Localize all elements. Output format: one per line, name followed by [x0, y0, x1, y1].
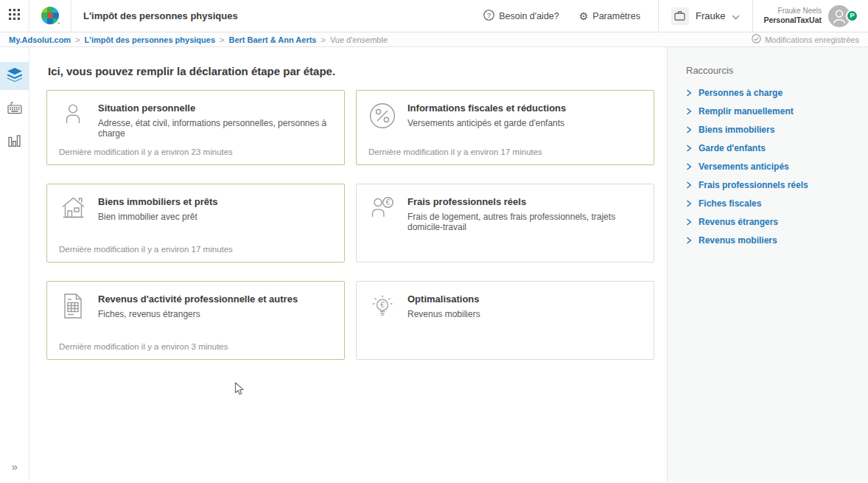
card-description: Revenus mobiliers — [407, 309, 480, 319]
shortcut-label: Revenus étrangers — [699, 217, 778, 227]
card-description: Fiches, revenus étrangers — [98, 309, 298, 319]
card-title: Informations fiscales et réductions — [407, 102, 566, 114]
shortcut-personnes-a-charge[interactable]: Personnes à charge — [686, 88, 853, 98]
chevron-right-icon — [686, 218, 692, 226]
chevron-right-icon — [686, 181, 692, 189]
user-account: PersonalTaxUat — [763, 15, 822, 25]
chevron-right-icon — [686, 89, 692, 97]
card-last-modified: Dernière modification il y a environ 3 m… — [59, 333, 332, 351]
chevron-right-icon — [686, 108, 692, 115]
settings-button[interactable]: ⚙ Paramètres — [579, 11, 640, 21]
shortcut-label: Frais professionnels réels — [699, 180, 808, 190]
card-text: Situation personnelle Adresse, état civi… — [98, 101, 332, 139]
nav-item-reports[interactable] — [0, 128, 29, 156]
chevron-right-icon — [686, 200, 692, 207]
card-title: Optimalisations — [407, 293, 480, 305]
bar-chart-icon — [8, 135, 21, 150]
breadcrumb-separator: > — [321, 35, 325, 44]
gear-icon: ⚙ — [579, 11, 589, 21]
card-revenus-activite[interactable]: Revenus d'activité professionnelle et au… — [46, 281, 345, 360]
user-text: Frauke Neels PersonalTaxUat — [763, 7, 822, 26]
shortcuts-panel: Raccourcis Personnes à charge Remplir ma… — [667, 47, 868, 482]
card-optimalisations[interactable]: € Optimalisations Revenus mobiliers — [356, 281, 654, 360]
shortcut-label: Personnes à charge — [699, 88, 783, 98]
card-text: Revenus d'activité professionnelle et au… — [98, 292, 298, 319]
help-question-icon: ? — [483, 10, 494, 23]
chevron-right-icon — [686, 126, 692, 133]
shortcuts-title: Raccourcis — [686, 65, 853, 76]
save-status: Modifications enregistrées — [752, 34, 859, 45]
chevron-down-icon — [732, 10, 740, 23]
status-badge: P — [846, 10, 858, 22]
svg-text:€: € — [380, 300, 385, 309]
shortcut-label: Remplir manuellement — [699, 106, 794, 117]
shortcut-biens-immobiliers[interactable]: Biens immobiliers — [686, 125, 853, 135]
house-icon — [59, 195, 87, 220]
briefcase-icon — [671, 7, 689, 25]
shortcut-label: Versements anticipés — [699, 161, 789, 172]
card-biens-immobiliers[interactable]: Biens immobiliers et prêts Bien immobili… — [46, 184, 345, 263]
expand-rail-button[interactable]: » — [0, 460, 29, 473]
workspace-selector[interactable]: Frauke — [659, 0, 752, 32]
chevron-right-icon — [686, 145, 692, 152]
card-situation-personnelle[interactable]: Situation personnelle Adresse, état civi… — [46, 90, 345, 165]
shortcut-frais-professionnels[interactable]: Frais professionnels réels — [686, 180, 853, 190]
breadcrumb-separator: > — [220, 35, 224, 44]
person-euro-icon: € — [368, 195, 396, 220]
card-description: Bien immobilier avec prêt — [98, 212, 218, 222]
card-description: Adresse, état civil, informations person… — [98, 118, 332, 139]
card-text: Optimalisations Revenus mobiliers — [407, 292, 480, 319]
card-last-modified: Dernière modification il y a environ 17 … — [368, 139, 642, 156]
breadcrumb-separator: > — [75, 35, 80, 44]
nav-item-manual-entry[interactable] — [0, 95, 29, 123]
shortcut-fiches-fiscales[interactable]: Fiches fiscales — [686, 198, 853, 209]
shortcut-label: Biens immobiliers — [699, 125, 774, 135]
brand-logo — [29, 0, 71, 32]
chevron-right-icon — [686, 237, 692, 244]
card-frais-professionnels[interactable]: € Frais professionnels réels Frais de lo… — [356, 184, 654, 263]
lightbulb-euro-icon: € — [368, 292, 396, 321]
card-text: Informations fiscales et réductions Vers… — [407, 101, 566, 128]
shortcut-label: Fiches fiscales — [699, 198, 761, 209]
breadcrumb-home[interactable]: My.Adsolut.com — [9, 35, 71, 44]
shortcut-revenus-etrangers[interactable]: Revenus étrangers — [686, 217, 853, 227]
breadcrumb-app[interactable]: L'impôt des personnes physiques — [85, 35, 215, 44]
shortcut-versements-anticipes[interactable]: Versements anticipés — [686, 161, 853, 172]
top-bar: L'impôt des personnes physiques ? Besoin… — [0, 0, 868, 32]
shortcut-revenus-mobiliers[interactable]: Revenus mobiliers — [686, 235, 853, 246]
page-title: Ici, vous pouvez remplir la déclaration … — [48, 65, 654, 77]
chevron-right-icon — [686, 163, 692, 170]
document-icon — [59, 292, 87, 319]
wolters-kluwer-logo-icon — [41, 6, 60, 26]
app-title: L'impôt des personnes physiques — [71, 10, 238, 21]
breadcrumb-dossier[interactable]: Bert Baert & Ann Aerts — [228, 35, 316, 44]
keyboard-icon — [7, 101, 22, 117]
svg-text:€: € — [386, 198, 391, 206]
card-title: Situation personnelle — [98, 102, 332, 114]
layers-icon — [7, 68, 22, 85]
card-title: Biens immobiliers et prêts — [98, 196, 218, 207]
card-last-modified: Dernière modification il y a environ 17 … — [59, 236, 332, 254]
section-card-grid: Situation personnelle Adresse, état civi… — [46, 90, 654, 360]
card-text: Biens immobiliers et prêts Bien immobili… — [98, 195, 218, 222]
check-circle-icon — [752, 34, 761, 45]
card-title: Revenus d'activité professionnelle et au… — [98, 293, 298, 305]
user-menu[interactable]: Frauke Neels PersonalTaxUat P — [753, 0, 868, 32]
app-launcher-button[interactable] — [0, 0, 29, 32]
card-text: Frais professionnels réels Frais de loge… — [407, 195, 642, 232]
shortcut-label: Revenus mobiliers — [699, 235, 777, 246]
user-name: Frauke Neels — [763, 7, 822, 16]
shortcut-remplir-manuellement[interactable]: Remplir manuellement — [686, 106, 853, 117]
double-chevron-right-icon: » — [12, 460, 18, 473]
settings-label: Paramètres — [592, 11, 640, 21]
card-last-modified: Dernière modification il y a environ 23 … — [59, 139, 332, 156]
card-informations-fiscales[interactable]: Informations fiscales et réductions Vers… — [356, 90, 654, 165]
save-status-label: Modifications enregistrées — [765, 35, 859, 44]
svg-text:?: ? — [487, 11, 491, 18]
main-content: Ici, vous pouvez remplir la déclaration … — [29, 47, 667, 482]
shortcut-garde-enfants[interactable]: Garde d'enfants — [686, 143, 853, 153]
card-title: Frais professionnels réels — [407, 196, 642, 207]
nav-item-overview[interactable] — [0, 62, 29, 90]
help-button[interactable]: ? Besoin d'aide? — [483, 10, 559, 23]
workspace-name: Frauke — [696, 10, 725, 21]
